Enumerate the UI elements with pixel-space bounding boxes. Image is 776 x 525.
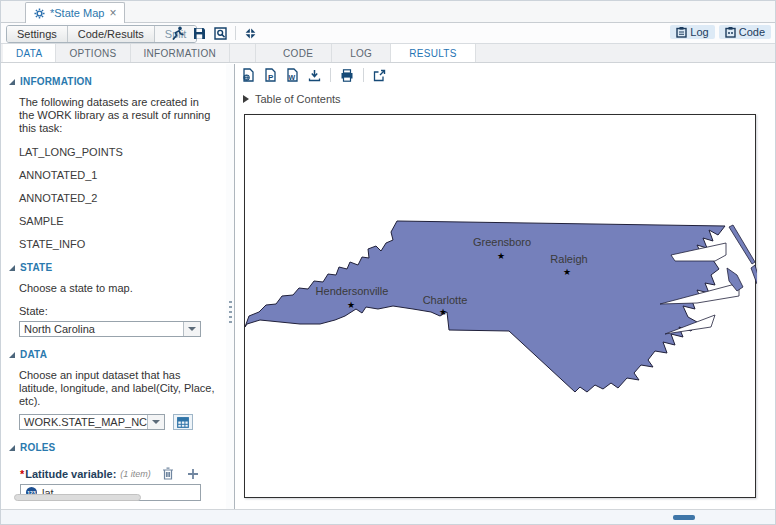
role-label: Latitude variable: <box>25 468 116 480</box>
dataset-name: ANNOTATED_1 <box>19 169 216 181</box>
pdf-doc-icon[interactable]: P <box>264 68 277 82</box>
save-as-icon[interactable] <box>214 27 227 40</box>
table-of-contents-toggle[interactable]: Table of Contents <box>243 93 775 105</box>
tab-title: *State Map <box>50 7 104 19</box>
information-description: The following datasets are created in th… <box>19 96 216 135</box>
task-toolbar: Settings Code/Results Split <box>1 23 775 44</box>
results-toolbar: P W <box>235 64 775 85</box>
tab-information[interactable]: INFORMATION <box>131 44 231 62</box>
dataset-name: LAT_LONG_POINTS <box>19 146 216 158</box>
panel-splitter[interactable] <box>226 64 235 509</box>
chevron-down-icon <box>188 327 196 331</box>
word-doc-icon[interactable]: W <box>286 68 299 82</box>
splitter-grip-icon <box>229 301 232 326</box>
city-star-marker: ★ <box>563 268 571 277</box>
collapse-twisty-icon <box>9 445 15 451</box>
toolbar-separator <box>235 26 236 40</box>
tab-state-map[interactable]: *State Map × <box>25 2 125 23</box>
city-star-marker: ★ <box>439 308 447 317</box>
outer-banks-south <box>751 265 757 284</box>
tab-log[interactable]: LOG <box>332 44 391 62</box>
bottom-scrollbar-track[interactable] <box>1 509 775 524</box>
dataset-name: STATE_INFO <box>19 238 216 250</box>
tab-results[interactable]: RESULTS <box>391 44 475 62</box>
toc-expand-icon <box>243 95 249 103</box>
map-result-image: Greensboro★Raleigh★Hendersonville★Charlo… <box>244 114 756 498</box>
outer-banks-north <box>729 225 755 264</box>
section-roles-title: ROLES <box>20 442 55 453</box>
code-results-view-button[interactable]: Code/Results <box>68 26 155 42</box>
code-button[interactable]: Code <box>719 25 771 39</box>
code-button-label: Code <box>739 26 765 38</box>
log-clipboard-icon <box>676 27 687 38</box>
html-doc-icon[interactable] <box>242 68 255 82</box>
results-panel: P W Table of Conten <box>235 64 775 509</box>
role-item-count: (1 item) <box>120 469 151 479</box>
log-button[interactable]: Log <box>670 25 714 39</box>
maximize-icon[interactable] <box>244 27 257 40</box>
code-clipboard-icon <box>725 27 736 38</box>
document-tabbar: *State Map × <box>1 1 775 23</box>
state-select-value: North Carolina <box>20 322 183 336</box>
data-description: Choose an input dataset that has latitud… <box>19 369 216 408</box>
state-description: Choose a state to map. <box>19 282 216 295</box>
chevron-down-icon <box>152 420 160 424</box>
settings-view-button[interactable]: Settings <box>7 26 68 42</box>
open-table-button[interactable] <box>173 414 193 430</box>
state-field-label: State: <box>19 305 216 317</box>
tab-code[interactable]: CODE <box>265 44 332 62</box>
settings-panel: INFORMATION The following datasets are c… <box>1 64 226 509</box>
log-button-label: Log <box>690 26 708 38</box>
panel-tabs: DATA OPTIONS INFORMATION CODE LOG RESULT… <box>1 44 775 63</box>
state-select[interactable]: North Carolina <box>19 321 201 337</box>
svg-text:W: W <box>289 74 296 81</box>
required-asterisk: * <box>20 468 24 480</box>
north-carolina-map <box>245 115 757 499</box>
city-star-marker: ★ <box>497 252 505 261</box>
section-state-header[interactable]: STATE <box>9 262 226 273</box>
section-information-header[interactable]: INFORMATION <box>9 76 226 87</box>
open-new-window-icon[interactable] <box>373 69 386 82</box>
left-panel-hscrollbar-thumb[interactable] <box>14 494 141 501</box>
toolbar-separator <box>363 68 364 82</box>
section-roles-header[interactable]: ROLES <box>9 442 226 453</box>
dataset-select-arrow[interactable] <box>147 415 164 429</box>
state-select-arrow[interactable] <box>183 322 200 336</box>
toolbar-separator <box>330 68 331 82</box>
dataset-select-value: WORK.STATE_MAP_NC <box>20 415 147 429</box>
view-toggle-group: Settings Code/Results Split <box>6 25 197 43</box>
dataset-select[interactable]: WORK.STATE_MAP_NC <box>19 414 165 430</box>
dataset-name: ANNOTATED_2 <box>19 192 216 204</box>
tab-close-icon[interactable]: × <box>109 8 116 18</box>
city-star-marker: ★ <box>347 301 355 310</box>
delete-variable-icon[interactable] <box>162 467 174 480</box>
tab-data[interactable]: DATA <box>3 44 56 62</box>
svg-text:P: P <box>268 73 274 82</box>
save-icon[interactable] <box>193 27 206 40</box>
collapse-twisty-icon <box>9 352 15 358</box>
section-data-header[interactable]: DATA <box>9 349 226 360</box>
print-icon[interactable] <box>340 69 354 82</box>
tab-gap <box>230 44 256 62</box>
table-grid-icon <box>177 417 189 428</box>
city-label: Greensboro <box>473 236 531 248</box>
bottom-scrollbar-thumb[interactable] <box>673 515 695 520</box>
dataset-name: SAMPLE <box>19 215 216 227</box>
collapse-twisty-icon <box>9 265 15 271</box>
toc-label: Table of Contents <box>255 93 341 105</box>
sas-studio-window: *State Map × Settings Code/Results Split <box>0 0 776 525</box>
city-label: Charlotte <box>423 294 468 306</box>
collapse-twisty-icon <box>9 79 15 85</box>
section-state-title: STATE <box>20 262 52 273</box>
city-label: Raleigh <box>550 253 587 265</box>
run-icon[interactable] <box>171 26 185 41</box>
section-data-title: DATA <box>20 349 47 360</box>
add-variable-icon[interactable] <box>187 468 199 480</box>
tab-options[interactable]: OPTIONS <box>56 44 130 62</box>
download-icon[interactable] <box>308 69 321 82</box>
task-gear-icon <box>34 8 45 19</box>
section-information-title: INFORMATION <box>20 76 92 87</box>
city-label: Hendersonville <box>316 285 389 297</box>
